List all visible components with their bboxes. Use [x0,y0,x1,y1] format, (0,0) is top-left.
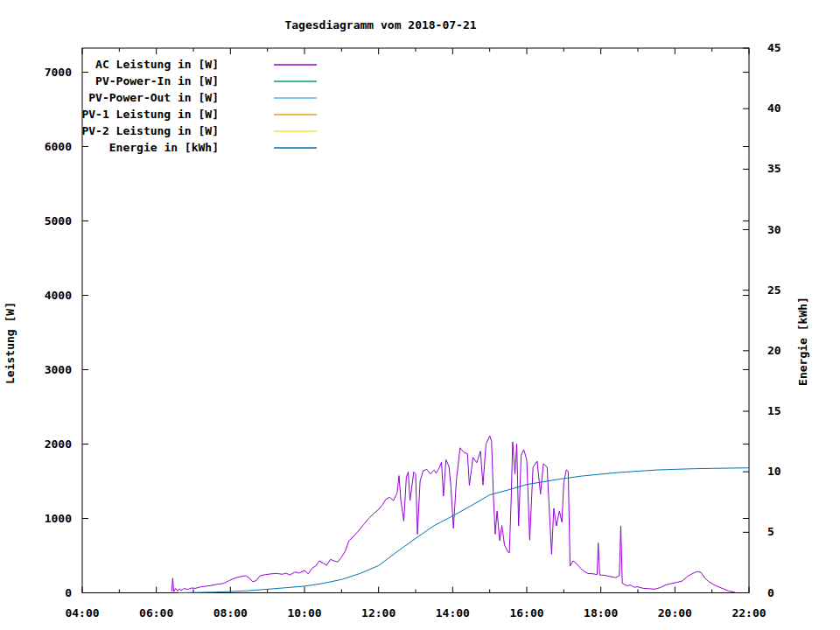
legend-label: Energie in [kWh] [109,141,219,154]
x-tick-label: 04:00 [65,606,99,620]
y-left-tick-label: 6000 [45,140,72,153]
legend-label: PV-1 Leistung in [W] [81,108,219,121]
y-right-tick-label: 5 [767,525,774,538]
x-tick-label: 16:00 [509,606,543,620]
y-left-tick-label: 4000 [45,289,72,302]
y-right-tick-label: 10 [767,465,781,478]
plot-render-root: 04:0006:0008:0010:0012:0014:0016:0018:00… [45,41,781,620]
y-right-tick-label: 25 [767,284,781,297]
y-axis-label-right: Energie [kWh] [796,297,809,386]
y-left-tick-label: 5000 [45,214,72,228]
y-right-tick-label: 0 [767,586,774,599]
y-left-tick-label: 0 [65,586,72,599]
y-left-tick-label: 7000 [45,66,72,79]
legend-label: PV-2 Leistung in [W] [81,124,219,137]
plot-area: Tagesdiagramm vom 2018-07-21 Leistung [W… [0,0,840,630]
legend-label: AC Leistung in [W] [95,58,219,71]
legend-label: PV-Power-In in [W] [95,74,219,88]
y-right-tick-label: 35 [767,162,781,175]
x-tick-label: 14:00 [436,606,470,620]
y-right-tick-label: 30 [767,223,781,236]
y-left-tick-label: 3000 [45,363,72,376]
y-right-tick-label: 15 [767,404,781,417]
series-ac-leistung-in-w [172,436,736,592]
y-axis-label-left: Leistung [W] [4,302,17,384]
x-tick-label: 12:00 [361,606,396,620]
legend-label: PV-Power-Out in [W] [88,91,219,104]
y-right-tick-label: 40 [767,102,781,115]
x-tick-label: 06:00 [139,606,173,620]
y-left-tick-label: 2000 [45,438,72,451]
x-tick-label: 10:00 [287,606,321,620]
y-right-tick-label: 45 [767,41,781,54]
series-energie-in-kwh [178,468,749,593]
y-left-tick-label: 1000 [45,512,72,525]
x-tick-label: 18:00 [584,606,618,620]
x-tick-label: 22:00 [732,606,766,620]
chart-title: Tagesdiagramm vom 2018-07-21 [284,18,476,32]
y-right-tick-label: 20 [767,344,781,357]
x-tick-label: 08:00 [214,606,248,620]
x-tick-label: 20:00 [658,606,692,620]
tagesdiagramm-chart: Tagesdiagramm vom 2018-07-21 Leistung [W… [0,0,840,630]
